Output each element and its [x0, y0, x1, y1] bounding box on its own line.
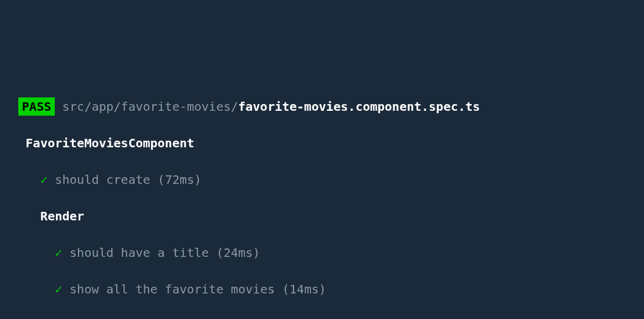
test-time: (24ms): [216, 245, 260, 260]
check-icon: ✓: [40, 172, 47, 187]
check-icon: ✓: [55, 282, 62, 296]
test-time: (72ms): [158, 172, 201, 187]
test-result: ✓ show all the favorite movies (14ms): [11, 280, 633, 298]
describe-root: FavoriteMoviesComponent: [26, 136, 194, 150]
file-name: favorite-movies.component.spec.ts: [238, 99, 480, 114]
check-icon: ✓: [55, 245, 62, 260]
test-desc: show all the favorite movies: [69, 282, 275, 296]
pass-badge: PASS: [18, 97, 55, 116]
test-desc: should have a title: [69, 245, 209, 260]
test-result: ✓ should have a title (24ms): [11, 244, 633, 262]
test-result: ✓ should create (72ms): [11, 170, 633, 189]
file-header-line: PASS src/app/favorite-movies/favorite-mo…: [11, 97, 633, 116]
terminal-output: PASS src/app/favorite-movies/favorite-mo…: [11, 79, 633, 319]
test-time: (14ms): [282, 282, 326, 296]
file-path-prefix: src/app/favorite-movies/: [62, 99, 238, 114]
describe-group: Render: [40, 209, 84, 223]
test-result: ✓ should show the movie titles (13ms): [11, 317, 633, 319]
test-desc: should create: [55, 172, 150, 187]
